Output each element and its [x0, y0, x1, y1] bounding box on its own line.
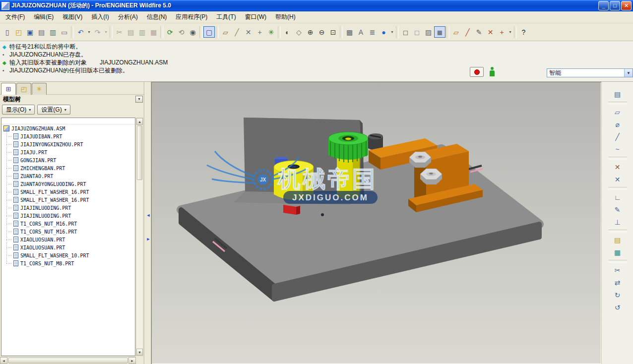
constraint-tool-icon[interactable]: ⊥ — [611, 216, 624, 228]
datum-plane-tool-icon[interactable]: ▱ — [450, 26, 462, 38]
menu-tools[interactable]: 工具(T) — [212, 11, 240, 23]
paste-icon[interactable]: ▥ — [136, 26, 148, 38]
menu-info[interactable]: 信息(N) — [142, 11, 172, 23]
tree-horizontal-scrollbar[interactable]: ◄ ► — [0, 357, 136, 364]
panel-collapse-button[interactable]: ▾ — [135, 96, 143, 103]
appearance-palette-icon[interactable]: ▦ — [611, 246, 624, 258]
scroll-right-icon[interactable]: ► — [128, 357, 136, 364]
tree-item[interactable]: T1_CORS_NUT_M16.PRT — [1, 228, 135, 236]
tree-item[interactable]: GONGJIAN.PRT — [1, 156, 135, 164]
menu-insert[interactable]: 插入(I) — [87, 11, 113, 23]
menu-window[interactable]: 窗口(W) — [241, 11, 271, 23]
tree-item[interactable]: XIAOLUOSUAN.PRT — [1, 243, 135, 251]
line-tool-icon[interactable]: ╱ — [611, 130, 624, 143]
datum-axis-tool-icon[interactable]: ╱ — [462, 26, 473, 38]
rotate-ccw-icon[interactable]: ↺ — [611, 301, 624, 313]
view-manager-dropdown-icon[interactable]: ▾ — [389, 26, 395, 38]
datum-point-tool-icon[interactable]: ✕ — [485, 26, 496, 38]
close-button[interactable]: ✕ — [621, 1, 632, 10]
menu-view[interactable]: 视图(V) — [58, 11, 87, 23]
model-tree-tab[interactable]: ⊞ — [1, 83, 16, 95]
point-tool-icon[interactable]: ✕ — [611, 161, 624, 173]
select-box-icon[interactable]: ▢ — [203, 26, 215, 38]
menu-help[interactable]: 帮助(H) — [271, 11, 300, 23]
coordinate-system-tool-icon[interactable]: ✕ — [611, 173, 624, 185]
construction-circle-icon[interactable]: ⌀ — [611, 118, 624, 130]
show-dropdown-button[interactable]: 显示(O)▾ — [2, 105, 35, 115]
insert-datum-dropdown-icon[interactable]: ▾ — [507, 26, 513, 38]
zoom-out-icon[interactable]: ⊖ — [316, 26, 327, 38]
tree-item[interactable]: T1_CORS_NUT_M16.PRT — [1, 220, 135, 228]
redo-dropdown-icon[interactable]: ▾ — [103, 26, 109, 38]
tree-item[interactable]: JIAJUDIBAN.PRT — [1, 132, 135, 140]
tree-item[interactable]: JIAJINYONGXINZHOU.PRT — [1, 140, 135, 148]
layers-icon[interactable]: ≣ — [367, 26, 378, 38]
tree-item[interactable]: XIAOLUOSUAN.PRT — [1, 236, 135, 243]
scrollbar-thumb[interactable] — [137, 125, 142, 180]
cut-icon[interactable]: ✂ — [114, 26, 125, 38]
print-icon[interactable]: ▤ — [36, 26, 47, 38]
datum-csys-display-icon[interactable]: + — [254, 26, 265, 38]
panel-splitter[interactable]: ◄ ► — [144, 82, 151, 364]
expand-right-icon[interactable]: ► — [146, 234, 151, 244]
sketcher-palette-icon[interactable]: ▤ — [611, 234, 624, 246]
spin-center-icon[interactable]: ✳ — [265, 26, 277, 38]
dimension-tool-icon[interactable]: ∟ — [611, 191, 624, 203]
print-setup-icon[interactable]: ▥ — [47, 26, 59, 38]
datum-axis-display-icon[interactable]: ╱ — [231, 26, 243, 38]
maximize-button[interactable]: □ — [610, 1, 620, 10]
copy-icon[interactable]: ▤ — [125, 26, 136, 38]
tree-item[interactable]: ZUANTAO.PRT — [1, 172, 135, 180]
tree-item[interactable]: JIAJU.PRT — [1, 148, 135, 156]
wireframe-display-icon[interactable]: ◻ — [400, 26, 411, 38]
tree-item[interactable]: T1_CORS_NUT_M8.PRT — [1, 259, 135, 267]
repaint-icon[interactable]: ▩ — [344, 26, 355, 38]
scroll-up-icon[interactable]: ▲ — [136, 118, 143, 125]
hex-nut[interactable] — [420, 169, 442, 184]
tree-item[interactable]: SMALL_FLT_WASHER_16.PRT — [1, 188, 135, 196]
sketch-tool-icon[interactable]: ✎ — [473, 26, 485, 38]
scroll-left-icon[interactable]: ◄ — [0, 357, 7, 364]
redo-icon[interactable]: ↷ — [92, 26, 103, 38]
menu-analysis[interactable]: 分析(A) — [114, 11, 142, 23]
annotations-icon[interactable]: A — [355, 26, 367, 38]
datum-point-display-icon[interactable]: ✕ — [243, 26, 254, 38]
save-icon[interactable]: ▣ — [24, 26, 36, 38]
minimize-button[interactable]: _ — [598, 1, 609, 10]
graphics-viewport[interactable]: JX 机械帝国 JXDIGUO.COM — [151, 82, 601, 364]
paste-special-icon[interactable]: ▦ — [148, 26, 159, 38]
sketch-display-icon[interactable]: ▤ — [611, 88, 624, 100]
scrollbar-thumb[interactable] — [8, 358, 128, 364]
open-file-icon[interactable]: ◰ — [13, 26, 24, 38]
find-icon[interactable]: ◉ — [187, 26, 198, 38]
favorites-tab[interactable]: ✳ — [32, 83, 47, 95]
undo-icon[interactable]: ↶ — [75, 26, 86, 38]
tree-item[interactable]: ZUANTAOYONGLUODING.PRT — [1, 180, 135, 188]
settings-dropdown-button[interactable]: 设置(G)▾ — [37, 105, 70, 115]
tree-item[interactable]: JIAJINLUODING.PRT — [1, 212, 135, 220]
context-help-icon[interactable]: ? — [518, 26, 529, 38]
tree-vertical-scrollbar[interactable]: ▲ ▼ — [136, 118, 143, 356]
datum-plane-display-icon[interactable]: ▱ — [220, 26, 231, 38]
undo-dropdown-icon[interactable]: ▾ — [86, 26, 92, 38]
modify-tool-icon[interactable]: ✎ — [611, 203, 624, 216]
zoom-in-icon[interactable]: ⊕ — [305, 26, 316, 38]
collapse-left-icon[interactable]: ◄ — [146, 210, 151, 221]
chevron-down-icon[interactable]: ▼ — [624, 69, 633, 77]
refit-icon[interactable]: ⊡ — [327, 26, 339, 38]
erase-not-displayed-icon[interactable]: ▭ — [59, 26, 70, 38]
menu-edit[interactable]: 编辑(E) — [29, 11, 58, 23]
shading-style-icon[interactable]: ◐ — [282, 26, 293, 38]
folder-browser-tab[interactable]: ◰ — [16, 83, 31, 95]
shaded-display-icon[interactable]: ◼ — [434, 26, 445, 38]
tree-item[interactable]: JIAJINLUODING.PRT — [1, 204, 135, 212]
no-hidden-display-icon[interactable]: ▨ — [423, 26, 434, 38]
hidden-line-display-icon[interactable]: ◻ — [411, 26, 423, 38]
selection-filter-combobox[interactable]: 智能 ▼ — [547, 68, 633, 77]
tree-item[interactable]: SMALL_FLT_WASHER_16.PRT — [1, 196, 135, 204]
tree-item[interactable]: ZHICHENGBAN.PRT — [1, 164, 135, 172]
menu-applications[interactable]: 应用程序(P) — [171, 11, 212, 23]
datum-csys-tool-icon[interactable]: + — [496, 26, 507, 38]
view-manager-icon[interactable]: ● — [378, 26, 389, 38]
scroll-down-icon[interactable]: ▼ — [136, 349, 143, 356]
